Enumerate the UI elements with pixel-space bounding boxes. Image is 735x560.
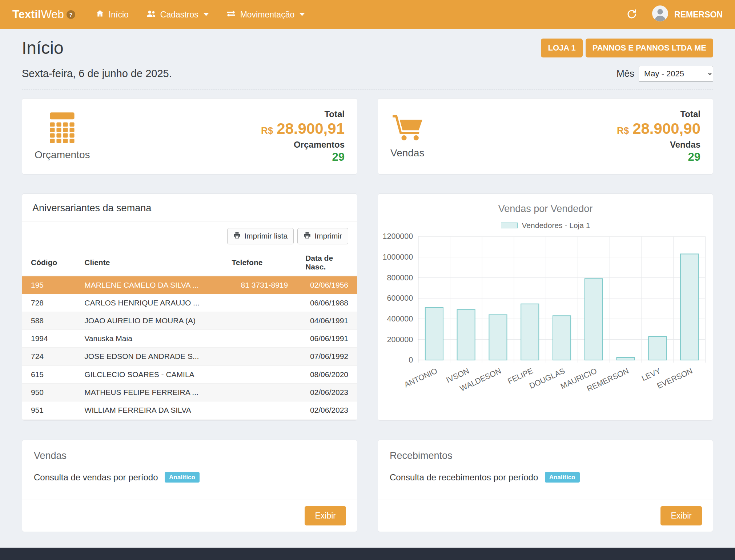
- cell-telefone: [223, 348, 297, 365]
- total-amount: 28.900,91: [277, 120, 345, 137]
- table-row[interactable]: 724JOSE EDSON DE ANDRADE S...07/06/1992: [22, 348, 357, 365]
- currency-symbol: R$: [617, 125, 629, 136]
- x-tick-label: DOUGLAS: [528, 366, 566, 390]
- button-label: Imprimir: [314, 232, 342, 240]
- count-value: 29: [261, 151, 345, 164]
- table-row[interactable]: 950MATHEUS FELIPE FERREIRA ...02/06/2023: [22, 383, 357, 401]
- total-amount: 28.900,90: [632, 120, 700, 137]
- cell-cliente: JOAO AURELIO DE MOURA (A): [76, 312, 223, 330]
- company-button[interactable]: PANNOS E PANNOS LTDA ME: [586, 39, 713, 57]
- home-icon: [96, 9, 104, 20]
- count-label: Vendas: [617, 140, 700, 150]
- cell-cliente: WILLIAM FERREIRA DA SILVA: [76, 401, 223, 419]
- vendas-report-card: Vendas Consulta de vendas por período An…: [22, 440, 357, 532]
- printer-icon: [233, 232, 241, 241]
- card-title: Recebimentos: [390, 450, 701, 461]
- bar-ivson: [457, 309, 475, 360]
- date-text: Sexta-feira, 6 de junho de 2025.: [22, 68, 172, 80]
- total-label: Total: [261, 109, 345, 119]
- main-nav: Início Cadastros Movimentação: [96, 9, 305, 20]
- bar-waldeson: [489, 315, 507, 360]
- cell-telefone: [223, 330, 297, 348]
- table-row[interactable]: 951WILLIAM FERREIRA DA SILVA02/06/2023: [22, 401, 357, 419]
- vendas-summary-card: Vendas Total R$28.900,90 Vendas 29: [378, 98, 713, 175]
- birthdays-table: Código Cliente Telefone Data de Nasc. 19…: [22, 249, 357, 421]
- month-select[interactable]: May - 2025: [639, 66, 713, 82]
- calculator-icon: [48, 112, 76, 145]
- cell-codigo: 950: [22, 383, 76, 401]
- cell-nascimento: 08/06/2020: [297, 365, 357, 383]
- print-button[interactable]: Imprimir: [297, 228, 348, 244]
- bar-felipe: [521, 304, 539, 360]
- refresh-button[interactable]: [626, 9, 637, 21]
- recebimentos-report-card: Recebimentos Consulta de recebimentos po…: [378, 440, 713, 532]
- cell-telefone: [223, 294, 297, 312]
- cell-codigo: 951: [22, 401, 76, 419]
- nav-label: Início: [109, 10, 129, 20]
- total-label: Total: [617, 109, 700, 119]
- nav-item-cadastros[interactable]: Cadastros: [146, 9, 209, 20]
- nav-item-inicio[interactable]: Início: [96, 9, 129, 20]
- chart-legend-item[interactable]: Vendedores - Loja 1: [378, 221, 713, 230]
- user-menu[interactable]: REMERSON: [652, 5, 723, 24]
- bar-everson: [680, 254, 698, 360]
- caret-down-icon: [300, 13, 305, 16]
- cell-telefone: [223, 401, 297, 419]
- cell-telefone: 81 3731-8919: [223, 276, 297, 294]
- brand-logo[interactable]: TextilWeb ?: [12, 8, 75, 21]
- currency-symbol: R$: [261, 125, 273, 136]
- bar-douglas: [553, 316, 571, 360]
- button-label: Imprimir lista: [244, 232, 288, 240]
- printer-icon: [304, 232, 311, 241]
- help-icon[interactable]: ?: [67, 10, 75, 19]
- cell-cliente: JULIANA LIMA DE ANDRADE: [76, 419, 223, 420]
- col-cliente: Cliente: [76, 249, 223, 276]
- cell-codigo: 587: [22, 419, 76, 420]
- bar-antonio: [425, 307, 443, 360]
- y-tick-label: 1000000: [383, 253, 413, 261]
- month-label: Mês: [616, 68, 634, 79]
- analitico-badge: Analítico: [165, 472, 200, 483]
- cell-telefone: [223, 312, 297, 330]
- print-list-button[interactable]: Imprimir lista: [227, 228, 294, 244]
- store-button[interactable]: LOJA 1: [541, 39, 582, 57]
- cell-nascimento: 05/06/2023: [297, 419, 357, 420]
- table-header-row: Código Cliente Telefone Data de Nasc.: [22, 249, 357, 276]
- brand-bold: Textil: [12, 8, 41, 21]
- y-tick-label: 600000: [387, 294, 413, 303]
- cell-cliente: JOSE EDSON DE ANDRADE S...: [76, 348, 223, 365]
- cell-telefone: [223, 383, 297, 401]
- cell-nascimento: 02/06/2023: [297, 383, 357, 401]
- summary-label: Vendas: [390, 147, 424, 159]
- exchange-icon: [226, 9, 236, 20]
- users-icon: [146, 9, 156, 20]
- legend-swatch-icon: [501, 223, 518, 228]
- y-tick-label: 400000: [387, 315, 413, 323]
- table-row[interactable]: 587JULIANA LIMA DE ANDRADE98307-690705/0…: [22, 419, 357, 420]
- table-row[interactable]: 195MARLENE CAMELO DA SILVA ...81 3731-89…: [22, 276, 357, 294]
- col-telefone: Telefone: [223, 249, 297, 276]
- cell-codigo: 724: [22, 348, 76, 365]
- main-content: Início LOJA 1 PANNOS E PANNOS LTDA ME Se…: [0, 29, 735, 532]
- table-row[interactable]: 615GILCLECIO SOARES - CAMILA08/06/2020: [22, 365, 357, 383]
- exibir-button[interactable]: Exibir: [660, 506, 702, 525]
- refresh-icon: [626, 9, 637, 21]
- table-row[interactable]: 728CARLOS HENRIQUE ARAUJO ...06/06/1988: [22, 294, 357, 312]
- cell-cliente: MARLENE CAMELO DA SILVA ...: [76, 276, 223, 294]
- card-description: Consulta de recebimentos por período: [390, 472, 538, 482]
- col-data-nasc: Data de Nasc.: [297, 249, 357, 276]
- y-tick-label: 200000: [387, 335, 413, 344]
- legend-label: Vendedores - Loja 1: [522, 221, 590, 230]
- table-row[interactable]: 588JOAO AURELIO DE MOURA (A)04/06/1991: [22, 312, 357, 330]
- cell-nascimento: 02/06/1956: [297, 276, 357, 294]
- brand-regular: Web: [41, 8, 64, 21]
- cell-telefone: [223, 365, 297, 383]
- birthdays-table-body: 195MARLENE CAMELO DA SILVA ...81 3731-89…: [22, 276, 357, 421]
- exibir-button[interactable]: Exibir: [305, 506, 346, 525]
- table-row[interactable]: 1994Vanuska Maia06/06/1991: [22, 330, 357, 348]
- cell-cliente: Vanuska Maia: [76, 330, 223, 348]
- y-tick-label: 0: [409, 356, 413, 364]
- nav-item-movimentacao[interactable]: Movimentação: [226, 9, 305, 20]
- dashed-divider: [22, 89, 713, 89]
- nav-label: Cadastros: [160, 10, 198, 20]
